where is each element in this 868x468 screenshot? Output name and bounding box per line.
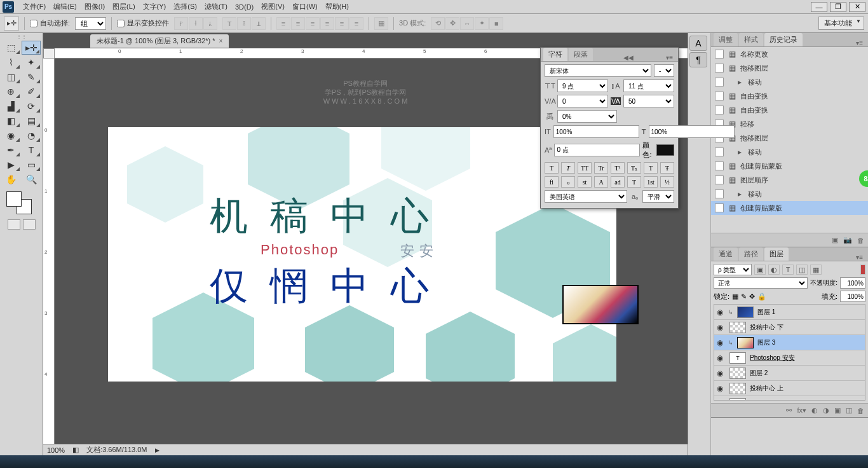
stamp-tool-icon[interactable]: ▟	[1, 99, 20, 113]
eraser-tool-icon[interactable]: ◧	[1, 114, 20, 128]
menu-3d[interactable]: 3D(D)	[231, 3, 257, 11]
pen-tool-icon[interactable]: ✒	[1, 143, 20, 157]
history-item[interactable]: ▦名称更改	[711, 47, 868, 61]
show-transform-checkbox[interactable]: 显示变换控件	[117, 18, 169, 28]
menu-image[interactable]: 图像(I)	[81, 2, 109, 11]
history-item[interactable]: ▸移动	[711, 187, 868, 201]
group-icon[interactable]: ▣	[834, 406, 841, 415]
history-item[interactable]: ▦拖移图层	[711, 131, 868, 145]
trash-icon[interactable]: 🗑	[857, 407, 864, 415]
move-tool-icon[interactable]: ▸✛	[4, 17, 19, 31]
align-left-icon[interactable]: ⫪	[222, 17, 236, 30]
history-item[interactable]: ▦创建剪贴蒙版	[711, 159, 868, 173]
filter-toggle[interactable]	[860, 265, 865, 275]
menu-select[interactable]: 选择(S)	[170, 2, 201, 11]
layer-item[interactable]: ◉↳图层 1	[714, 305, 865, 320]
dist-icon[interactable]: ≡	[335, 17, 349, 30]
brush-tool-icon[interactable]: ✐	[22, 85, 41, 99]
dist-icon[interactable]: ≡	[276, 17, 290, 30]
visibility-icon[interactable]: ◉	[717, 308, 726, 317]
history-item[interactable]: ▦自由变换	[711, 89, 868, 103]
heal-tool-icon[interactable]: ⊕	[1, 85, 20, 99]
fill-input[interactable]	[840, 291, 865, 302]
opentype-btn[interactable]: 1st	[644, 176, 658, 188]
char-style-btn[interactable]: T¹	[611, 162, 625, 174]
opacity-input[interactable]	[840, 277, 865, 289]
3d-icon[interactable]: ✦	[475, 17, 489, 30]
filter-shape-icon[interactable]: ◫	[796, 265, 808, 275]
char-style-btn[interactable]: TT	[578, 162, 592, 174]
menu-filter[interactable]: 滤镜(T)	[201, 2, 231, 11]
hscale-input[interactable]	[649, 125, 735, 138]
filter-smart-icon[interactable]: ▦	[810, 265, 822, 275]
fx-icon[interactable]: fx▾	[797, 406, 806, 415]
history-list[interactable]: ▦名称更改▦拖移图层▸移动▦自由变换▦自由变换▦轻移▦拖移图层▸移动▦创建剪贴蒙…	[711, 47, 868, 233]
align-top-icon[interactable]: ⫯	[174, 17, 188, 30]
new-snapshot-icon[interactable]: ▣	[832, 236, 838, 244]
tab-layers[interactable]: 图层	[764, 247, 789, 261]
menu-window[interactable]: 窗口(W)	[288, 2, 322, 11]
opentype-btn[interactable]: st	[578, 176, 592, 188]
panel-menu-icon[interactable]: ▾≡	[853, 39, 865, 46]
layer-item[interactable]: ◉TPhotoshop 安安	[714, 350, 865, 366]
document-tab[interactable]: 未标题-1 @ 100% (图层 3, RGB/32*) * ×	[90, 34, 229, 48]
visibility-icon[interactable]: ◉	[717, 338, 726, 347]
visibility-icon[interactable]: ◉	[717, 354, 726, 362]
crop-tool-icon[interactable]: ◫	[1, 70, 20, 84]
paragraph-panel-icon[interactable]: ¶	[689, 52, 707, 67]
dist-icon[interactable]: ≡	[306, 17, 320, 30]
3d-icon[interactable]: ■	[489, 17, 503, 30]
tab-history[interactable]: 历史记录	[764, 33, 803, 46]
history-item[interactable]: ▦轻移	[711, 117, 868, 131]
language-select[interactable]: 美国英语	[545, 190, 627, 203]
baseline-input[interactable]	[554, 144, 640, 156]
lock-all-icon[interactable]: 🔒	[757, 292, 766, 301]
char-style-btn[interactable]: T	[644, 162, 658, 174]
3d-icon[interactable]: ↔	[460, 17, 474, 30]
align-right-icon[interactable]: ⫫	[252, 17, 266, 30]
eyedropper-tool-icon[interactable]: ✎	[22, 70, 41, 84]
font-style-select[interactable]: -	[654, 64, 674, 77]
leading-input[interactable]: 11 点	[623, 79, 674, 92]
dist-icon[interactable]: ≡	[349, 17, 363, 30]
opentype-btn[interactable]: ad	[611, 176, 625, 188]
panel-collapse-icon[interactable]: ◀◀	[621, 54, 636, 61]
minimize-button[interactable]: —	[811, 2, 827, 12]
filter-adjust-icon[interactable]: ◐	[768, 265, 780, 275]
menu-view[interactable]: 视图(V)	[257, 2, 288, 11]
gradient-tool-icon[interactable]: ▤	[22, 114, 41, 128]
dist-icon[interactable]: ≡	[320, 17, 334, 30]
filter-pixel-icon[interactable]: ▣	[754, 265, 766, 275]
history-item[interactable]: ▦自由变换	[711, 103, 868, 117]
kerning-input[interactable]: 0	[557, 95, 608, 107]
history-item[interactable]: ▸移动	[711, 75, 868, 89]
move-tool-icon[interactable]: ▸✛	[22, 41, 41, 55]
char-style-btn[interactable]: T₁	[627, 162, 641, 174]
tab-styles[interactable]: 样式	[739, 33, 763, 46]
history-item[interactable]: ▦创建剪贴蒙版	[711, 201, 868, 215]
auto-select-target[interactable]: 组	[75, 17, 106, 30]
color-swatches[interactable]	[6, 191, 32, 214]
layer-list[interactable]: ◉↳图层 1◉投稿中心 下◉↳图层 3◉TPhotoshop 安安◉图层 2◉投…	[714, 304, 865, 401]
lock-paint-icon[interactable]: ✎	[741, 292, 747, 301]
zoom-tool-icon[interactable]: 🔍	[22, 172, 41, 186]
adjustment-icon[interactable]: ◑	[823, 406, 829, 415]
new-layer-icon[interactable]: ◫	[846, 406, 852, 415]
menu-file[interactable]: 文件(F)	[19, 2, 50, 11]
trash-icon[interactable]: 🗑	[857, 237, 864, 244]
panel-menu-icon[interactable]: ▾≡	[853, 254, 865, 261]
3d-icon[interactable]: ⟲	[431, 17, 445, 30]
history-item[interactable]: ▦拖移图层	[711, 61, 868, 75]
align-bottom-icon[interactable]: ⫰	[203, 17, 217, 30]
dist-icon[interactable]: ≡	[291, 17, 305, 30]
menu-edit[interactable]: 编辑(E)	[50, 2, 81, 11]
tab-character[interactable]: 字符	[543, 48, 567, 61]
char-style-btn[interactable]: Ŧ	[660, 162, 674, 174]
visibility-icon[interactable]: ◉	[717, 369, 726, 378]
font-size-input[interactable]: 9 点	[557, 79, 608, 92]
opentype-btn[interactable]: ℴ	[561, 176, 575, 188]
ruler-vertical[interactable]: 0 1 2 3 4	[43, 59, 55, 444]
layer-item[interactable]: ◉背景🔒	[714, 396, 865, 401]
tab-channels[interactable]: 通道	[714, 247, 738, 261]
font-family-select[interactable]: 新宋体	[545, 64, 651, 77]
